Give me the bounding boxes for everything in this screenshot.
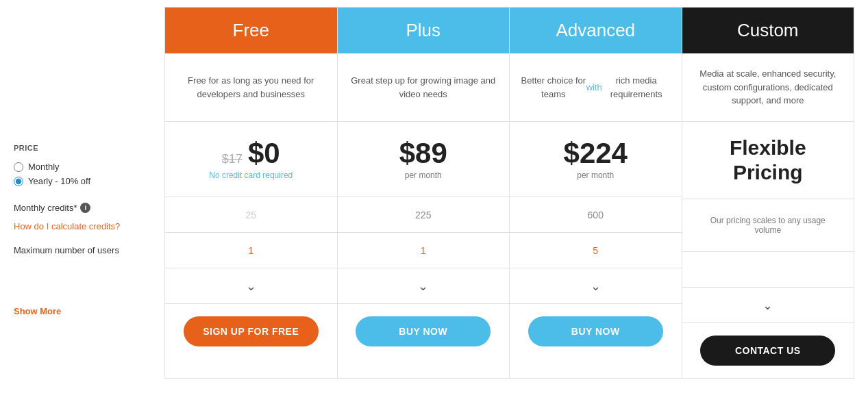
free-price-main: $0 xyxy=(248,139,280,168)
plan-custom: Custom Media at scale, enhanced security… xyxy=(682,7,855,379)
credits-link[interactable]: How do I calculate credits? xyxy=(14,221,158,231)
chevron-down-icon: ⌄ xyxy=(418,279,428,294)
desc-highlight: with xyxy=(586,81,602,94)
plan-advanced-price: $224 per month xyxy=(510,122,682,197)
plan-custom-chevron[interactable]: ⌄ xyxy=(682,288,854,323)
plan-custom-users xyxy=(682,252,854,288)
yearly-radio[interactable] xyxy=(14,177,23,186)
flexible-pricing-text: FlexiblePricing xyxy=(730,136,806,185)
plan-custom-header: Custom xyxy=(682,8,854,53)
max-users-label: Maximum number of users xyxy=(14,245,158,255)
plan-free-price: $17 $0 No credit card required xyxy=(165,122,337,197)
free-price-strikethrough: $17 xyxy=(222,152,243,166)
plan-advanced-header: Advanced xyxy=(510,8,682,53)
advanced-price-main: $224 xyxy=(564,139,628,168)
plan-advanced-desc: Better choice for teams with rich media … xyxy=(510,53,682,122)
custom-contact-button[interactable]: CONTACT US xyxy=(700,336,835,366)
chevron-down-icon: ⌄ xyxy=(246,279,256,294)
free-signup-button[interactable]: SIGN UP FOR FREE xyxy=(184,316,319,346)
plus-price-sub: per month xyxy=(405,170,442,180)
monthly-label: Monthly xyxy=(28,162,60,172)
billing-radio-group: Monthly Yearly - 10% off xyxy=(14,162,158,186)
plan-free-header: Free xyxy=(165,8,337,53)
plan-free-chevron[interactable]: ⌄ xyxy=(165,268,337,304)
plan-plus-price: $89 per month xyxy=(338,122,510,197)
monthly-radio-label[interactable]: Monthly xyxy=(14,162,158,172)
yearly-label: Yearly - 10% off xyxy=(28,176,90,186)
plan-free: Free Free for as long as you need for de… xyxy=(164,7,338,379)
plus-price-main: $89 xyxy=(399,139,447,168)
plan-plus-header: Plus xyxy=(338,8,510,53)
info-icon[interactable]: i xyxy=(80,203,90,213)
plus-buy-button[interactable]: BUY NOW xyxy=(356,316,491,346)
plan-advanced-cta: BUY NOW xyxy=(510,304,682,359)
plan-plus: Plus Great step up for growing image and… xyxy=(338,7,510,379)
plan-free-desc: Free for as long as you need for develop… xyxy=(165,53,337,122)
show-more-link[interactable]: Show More xyxy=(14,306,158,316)
monthly-credits-row: Monthly credits* i xyxy=(14,203,158,213)
advanced-buy-button[interactable]: BUY NOW xyxy=(528,316,663,346)
chevron-down-icon: ⌄ xyxy=(762,298,773,313)
page-wrapper: PRICE Monthly Yearly - 10% off Monthly c… xyxy=(14,7,854,379)
plan-custom-credits: Our pricing scales to any usage volume xyxy=(682,199,854,252)
price-label: PRICE xyxy=(14,144,158,152)
plan-plus-credits: 225 xyxy=(338,197,510,233)
free-no-cc: No credit card required xyxy=(209,170,293,180)
plan-plus-chevron[interactable]: ⌄ xyxy=(338,268,510,304)
yearly-radio-label[interactable]: Yearly - 10% off xyxy=(14,176,158,186)
plan-plus-users: 1 xyxy=(338,233,510,268)
plan-free-credits: 25 xyxy=(165,197,337,233)
chevron-down-icon: ⌄ xyxy=(591,279,601,294)
plan-advanced-users: 5 xyxy=(510,233,682,268)
plan-custom-cta: CONTACT US xyxy=(682,323,854,378)
plan-free-users: 1 xyxy=(165,233,337,268)
plan-custom-price: FlexiblePricing xyxy=(682,122,854,199)
monthly-radio[interactable] xyxy=(14,162,23,172)
plan-advanced-chevron[interactable]: ⌄ xyxy=(510,268,682,304)
plan-plus-cta: BUY NOW xyxy=(338,304,510,359)
pricing-grid: Free Free for as long as you need for de… xyxy=(164,7,854,379)
plan-plus-desc: Great step up for growing image and vide… xyxy=(338,53,510,122)
plan-advanced-credits: 600 xyxy=(510,197,682,233)
plan-custom-desc: Media at scale, enhanced security, custo… xyxy=(682,53,854,122)
advanced-price-sub: per month xyxy=(577,170,614,180)
pricing-scales-text: Our pricing scales to any usage volume xyxy=(693,209,843,242)
plan-free-cta: SIGN UP FOR FREE xyxy=(165,304,337,359)
sidebar: PRICE Monthly Yearly - 10% off Monthly c… xyxy=(14,130,164,330)
plan-advanced: Advanced Better choice for teams with ri… xyxy=(510,7,682,379)
monthly-credits-label: Monthly credits* xyxy=(14,203,77,213)
